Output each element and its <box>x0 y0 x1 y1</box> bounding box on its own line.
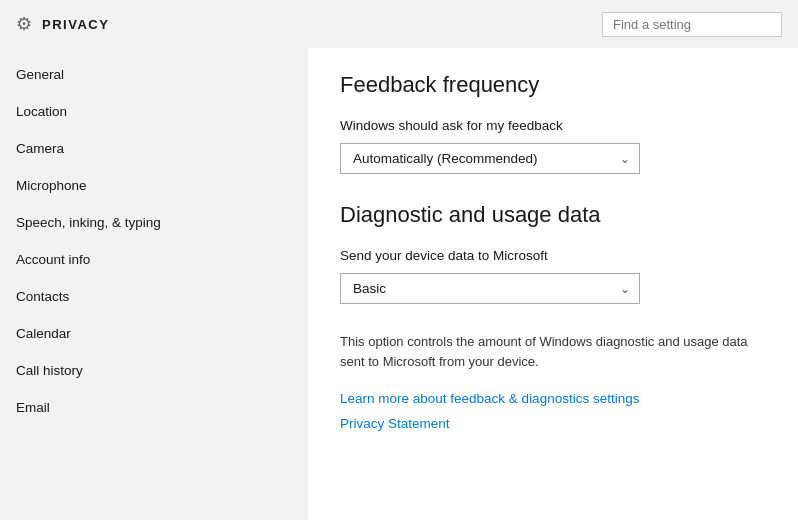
diagnostic-section: Diagnostic and usage data Send your devi… <box>340 202 766 431</box>
content-area: Feedback frequency Windows should ask fo… <box>308 48 798 520</box>
main-container: General Location Camera Microphone Speec… <box>0 48 798 520</box>
diagnostic-title: Diagnostic and usage data <box>340 202 766 228</box>
search-input[interactable] <box>602 12 782 37</box>
page-title: PRIVACY <box>42 17 109 32</box>
diagnostic-dropdown-wrapper: Basic Enhanced Full ⌄ <box>340 273 640 304</box>
sidebar: General Location Camera Microphone Speec… <box>0 48 308 520</box>
sidebar-item-microphone[interactable]: Microphone <box>0 167 308 204</box>
sidebar-item-calendar[interactable]: Calendar <box>0 315 308 352</box>
header-left: ⚙ PRIVACY <box>16 13 109 35</box>
feedback-title: Feedback frequency <box>340 72 766 98</box>
feedback-dropdown-wrapper: Automatically (Recommended) Always Once … <box>340 143 640 174</box>
header-search <box>602 12 782 37</box>
sidebar-item-location[interactable]: Location <box>0 93 308 130</box>
diagnostic-description: This option controls the amount of Windo… <box>340 332 766 371</box>
diagnostic-label: Send your device data to Microsoft <box>340 248 766 263</box>
sidebar-item-speech[interactable]: Speech, inking, & typing <box>0 204 308 241</box>
gear-icon: ⚙ <box>16 13 32 35</box>
sidebar-item-email[interactable]: Email <box>0 389 308 426</box>
sidebar-item-camera[interactable]: Camera <box>0 130 308 167</box>
sidebar-item-general[interactable]: General <box>0 56 308 93</box>
diagnostic-data-dropdown[interactable]: Basic Enhanced Full <box>340 273 640 304</box>
feedback-label: Windows should ask for my feedback <box>340 118 766 133</box>
privacy-statement-link[interactable]: Privacy Statement <box>340 416 766 431</box>
sidebar-item-call-history[interactable]: Call history <box>0 352 308 389</box>
sidebar-item-contacts[interactable]: Contacts <box>0 278 308 315</box>
sidebar-item-account-info[interactable]: Account info <box>0 241 308 278</box>
learn-more-link[interactable]: Learn more about feedback & diagnostics … <box>340 391 766 406</box>
feedback-section: Feedback frequency Windows should ask fo… <box>340 72 766 202</box>
header: ⚙ PRIVACY <box>0 0 798 48</box>
feedback-frequency-dropdown[interactable]: Automatically (Recommended) Always Once … <box>340 143 640 174</box>
